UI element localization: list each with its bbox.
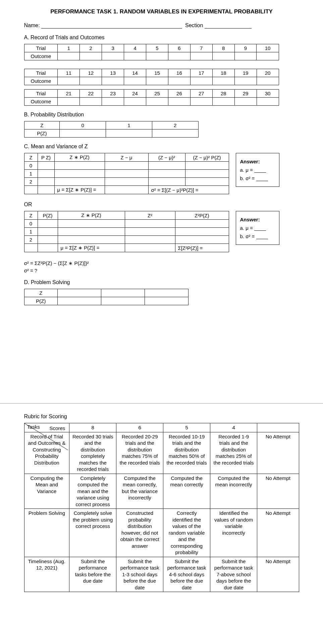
outcome-cell[interactable] bbox=[102, 98, 124, 106]
cell[interactable] bbox=[148, 170, 185, 178]
cell[interactable] bbox=[38, 178, 54, 186]
answer-box-1: Answer: a. μ = b. σ² = bbox=[236, 153, 279, 187]
outcome-cell[interactable] bbox=[257, 98, 279, 106]
rubric-cell: Recorded 20-29 trials and the distributi… bbox=[116, 432, 163, 474]
rubric-cell: Submit the performance task 7-above scho… bbox=[210, 557, 257, 592]
outcome-cell[interactable] bbox=[234, 52, 257, 60]
rubric-cell: Computed the mean incorrectly bbox=[210, 474, 257, 509]
sigma-formula: σ² = Σ[(Z − μ)²P(Z)] = bbox=[148, 186, 229, 194]
cell[interactable] bbox=[38, 236, 58, 244]
cell[interactable] bbox=[145, 297, 188, 305]
page-title: PERFORMANCE TASK 1. RANDOM VARIABLES IN … bbox=[24, 8, 299, 15]
row-z: 1 bbox=[24, 228, 38, 236]
trial-cell: 19 bbox=[234, 69, 257, 77]
cell bbox=[38, 244, 58, 252]
cell[interactable] bbox=[175, 236, 229, 244]
cell[interactable] bbox=[38, 220, 58, 228]
outcome-cell[interactable] bbox=[102, 52, 124, 60]
outcome-cell[interactable] bbox=[257, 77, 279, 85]
cell[interactable] bbox=[105, 162, 148, 170]
outcome-cell[interactable] bbox=[146, 77, 168, 85]
outcome-cell[interactable] bbox=[58, 52, 80, 60]
ans-a-line[interactable] bbox=[254, 230, 266, 231]
rubric-cell: Submit the performance task 4-6 school d… bbox=[163, 557, 210, 592]
ans-a-line[interactable] bbox=[254, 172, 266, 173]
mu-formula: μ = Σ[Z ∗ P(Z)] = bbox=[58, 244, 125, 252]
outcome-cell[interactable] bbox=[124, 52, 146, 60]
cell[interactable] bbox=[185, 162, 229, 170]
outcome-cell[interactable] bbox=[168, 52, 190, 60]
cell[interactable] bbox=[38, 228, 58, 236]
trial-cell: 12 bbox=[80, 69, 102, 77]
cell[interactable] bbox=[125, 220, 175, 228]
cell[interactable] bbox=[58, 297, 101, 305]
score-header: 5 bbox=[163, 423, 210, 432]
trials-table-2: Trial 11 12 13 14 15 16 17 18 19 20 Outc… bbox=[24, 69, 279, 85]
cell[interactable] bbox=[54, 162, 105, 170]
outcome-cell[interactable] bbox=[212, 77, 234, 85]
pz-cell[interactable] bbox=[152, 129, 198, 138]
pz-cell[interactable] bbox=[106, 129, 152, 138]
trial-cell: 23 bbox=[102, 90, 124, 98]
col-zmu: Z − μ bbox=[105, 153, 148, 162]
cell[interactable] bbox=[38, 162, 54, 170]
ans-b-line[interactable] bbox=[256, 181, 268, 181]
outcome-cell[interactable] bbox=[212, 98, 234, 106]
col-zpz: Z ∗ P(Z) bbox=[54, 153, 105, 162]
cell[interactable] bbox=[105, 170, 148, 178]
name-field-line[interactable] bbox=[41, 28, 182, 29]
cell[interactable] bbox=[58, 236, 125, 244]
outcome-cell[interactable] bbox=[58, 98, 80, 106]
outcome-cell[interactable] bbox=[146, 52, 168, 60]
trial-cell: 18 bbox=[212, 69, 234, 77]
outcome-label: Outcome bbox=[24, 52, 58, 60]
outcome-cell[interactable] bbox=[146, 98, 168, 106]
rubric-cell: No Attempt bbox=[257, 509, 299, 557]
cell[interactable] bbox=[125, 228, 175, 236]
outcome-cell[interactable] bbox=[124, 98, 146, 106]
cell[interactable] bbox=[58, 289, 101, 297]
cell[interactable] bbox=[175, 228, 229, 236]
cell[interactable] bbox=[38, 170, 54, 178]
cell[interactable] bbox=[185, 178, 229, 186]
cell[interactable] bbox=[101, 297, 145, 305]
outcome-cell[interactable] bbox=[190, 98, 212, 106]
cell[interactable] bbox=[125, 236, 175, 244]
outcome-cell[interactable] bbox=[168, 98, 190, 106]
rubric-cell: Completely solve the problem using corre… bbox=[69, 509, 116, 557]
col-pz: P(Z) bbox=[38, 211, 58, 220]
section-field-line[interactable] bbox=[205, 28, 252, 29]
cell[interactable] bbox=[185, 170, 229, 178]
cell[interactable] bbox=[58, 228, 125, 236]
outcome-cell[interactable] bbox=[80, 52, 102, 60]
trial-cell: 22 bbox=[80, 90, 102, 98]
cell[interactable] bbox=[175, 220, 229, 228]
cell[interactable] bbox=[148, 162, 185, 170]
cell[interactable] bbox=[101, 289, 145, 297]
outcome-cell[interactable] bbox=[58, 77, 80, 85]
outcome-cell[interactable] bbox=[168, 77, 190, 85]
ans-b-line[interactable] bbox=[256, 239, 268, 239]
cell[interactable] bbox=[148, 178, 185, 186]
outcome-cell[interactable] bbox=[190, 52, 212, 60]
problem-solving-table: Z P(Z) bbox=[24, 289, 189, 305]
outcome-cell[interactable] bbox=[257, 52, 279, 60]
section-label: Section bbox=[185, 22, 203, 28]
outcome-cell[interactable] bbox=[190, 77, 212, 85]
cell[interactable] bbox=[54, 178, 105, 186]
outcome-cell[interactable] bbox=[212, 52, 234, 60]
outcome-cell[interactable] bbox=[80, 98, 102, 106]
pz-cell[interactable] bbox=[60, 129, 106, 138]
cell[interactable] bbox=[105, 178, 148, 186]
outcome-cell[interactable] bbox=[80, 77, 102, 85]
cell[interactable] bbox=[145, 289, 188, 297]
outcome-cell[interactable] bbox=[102, 77, 124, 85]
cell[interactable] bbox=[54, 170, 105, 178]
outcome-cell[interactable] bbox=[234, 77, 257, 85]
trial-label: Trial bbox=[24, 44, 58, 52]
outcome-cell[interactable] bbox=[234, 98, 257, 106]
tasks-label: Tasks bbox=[27, 424, 40, 430]
rubric-cell: No Attempt bbox=[257, 432, 299, 474]
outcome-cell[interactable] bbox=[124, 77, 146, 85]
cell[interactable] bbox=[58, 220, 125, 228]
